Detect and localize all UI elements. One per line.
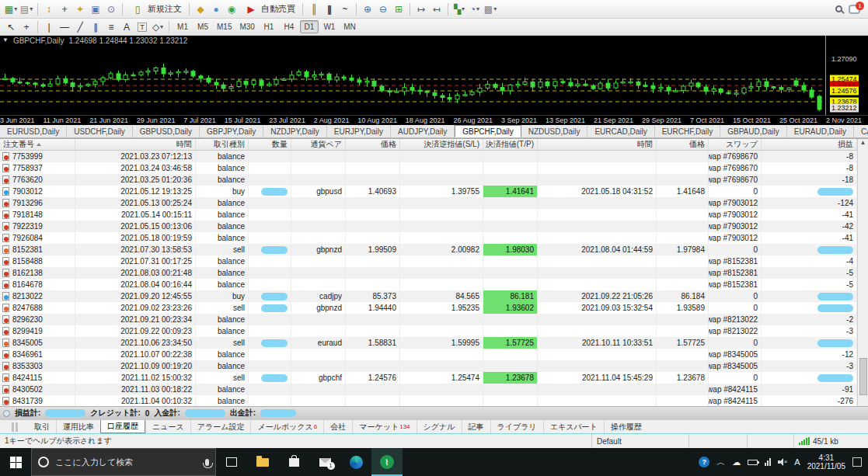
battery-icon[interactable]	[748, 460, 758, 465]
table-row[interactable]: 81621382021.08.03 00:21:48balance>Swap #…	[0, 267, 857, 279]
table-row[interactable]: 84241152021.11.02 15:00:32sellgbpchf1.24…	[0, 372, 857, 384]
start-button[interactable]	[0, 448, 31, 476]
new-chart-icon[interactable]	[3, 2, 19, 16]
text-label-icon[interactable]	[134, 20, 150, 34]
trendline-icon[interactable]	[72, 20, 88, 34]
text-icon[interactable]	[119, 20, 134, 34]
chart-tab-eurjpy[interactable]: EURJPY,Daily	[327, 125, 391, 137]
search-icon[interactable]	[835, 5, 842, 12]
strategy-tester-icon[interactable]	[103, 2, 119, 16]
tile-windows-icon[interactable]	[391, 2, 406, 16]
terminal-icon[interactable]	[88, 2, 103, 16]
vertical-scrollbar[interactable]: ▲ ▼	[857, 139, 868, 420]
timeframe-m1[interactable]: M1	[173, 20, 192, 33]
chart-tab-gbpusd[interactable]: GBPUSD,Daily	[133, 125, 200, 137]
publisher-icon[interactable]	[208, 2, 224, 16]
terminal-tab-アラーム設定[interactable]: アラーム設定	[190, 420, 251, 433]
task-view-button[interactable]	[216, 448, 247, 476]
chart-tab-eurusd[interactable]: EURUSD,Daily	[0, 125, 67, 137]
taskbar-search-input[interactable]: ここに入力して検索	[31, 448, 216, 476]
terminal-tab-会社[interactable]: 会社	[323, 420, 352, 433]
crosshair-icon[interactable]	[19, 20, 34, 34]
shapes-icon[interactable]	[150, 20, 166, 34]
scrollbar-thumb[interactable]	[859, 358, 867, 395]
chart-tab-eurchf[interactable]: EURCHF,Daily	[655, 125, 721, 137]
notifications-icon[interactable]: 1	[849, 5, 860, 14]
table-row[interactable]: 82130222021.09.20 12:45:55buycadjpy85.37…	[0, 290, 857, 302]
action-center-icon[interactable]	[852, 457, 862, 467]
header-price[interactable]: 価格	[346, 139, 400, 150]
table-row[interactable]: 83469612021.10.07 00:22:38balance>Swap #…	[0, 349, 857, 360]
tray-expand-icon[interactable]: ︿	[716, 457, 725, 468]
zoom-in-icon[interactable]	[360, 2, 375, 16]
templates-icon[interactable]	[483, 2, 498, 16]
channel-icon[interactable]	[88, 20, 103, 34]
table-row[interactable]: 79132962021.05.13 00:25:24balance>Swap #…	[0, 197, 857, 209]
fibonacci-icon[interactable]	[103, 20, 119, 34]
timeframe-m30[interactable]: M30	[236, 20, 257, 33]
cursor-icon[interactable]	[3, 20, 19, 34]
table-row[interactable]: 81584882021.07.31 00:17:25balance>Swap #…	[0, 255, 857, 267]
table-row[interactable]: 84317392021.11.04 00:10:32balance>Swap #…	[0, 395, 857, 407]
periods-icon[interactable]	[467, 2, 483, 16]
scroll-up-icon[interactable]: ▲	[860, 139, 866, 146]
new-order-button[interactable]: 新規注文	[126, 2, 186, 17]
chart-shift-icon[interactable]	[429, 2, 444, 16]
timeframe-m5[interactable]: M5	[193, 20, 212, 33]
store-button[interactable]	[278, 448, 309, 476]
header-volume[interactable]: 数量	[249, 139, 291, 150]
table-row[interactable]: 83533032021.10.09 00:19:20balance>Swap #…	[0, 360, 857, 372]
terminal-tab-口座履歴[interactable]: 口座履歴	[100, 420, 145, 433]
chart-tab-euraud[interactable]: EURAUD,Daily	[787, 125, 854, 137]
zoom-out-icon[interactable]	[375, 2, 391, 16]
mail-button[interactable]: 1	[309, 448, 340, 476]
table-row[interactable]: 81523812021.07.30 13:58:53sellgbpnzd1.99…	[0, 244, 857, 255]
timeframe-mn[interactable]: MN	[340, 20, 359, 33]
chart-tab-cadjpy[interactable]: CADJPY,Daily	[854, 125, 868, 137]
mt4-taskbar-button[interactable]: ⌇	[371, 448, 403, 476]
header-type[interactable]: 取引種別	[196, 139, 249, 150]
table-row[interactable]: 82476882021.09.02 23:23:26sellgbpnzd1.94…	[0, 302, 857, 314]
timeframe-m15[interactable]: M15	[214, 20, 235, 33]
indicators-icon[interactable]	[451, 2, 467, 16]
header-close-time[interactable]: 時間	[538, 139, 657, 150]
table-row[interactable]: 84305022021.11.03 00:18:22balance>Swap #…	[0, 384, 857, 395]
terminal-tab-取引[interactable]: 取引	[28, 420, 56, 433]
table-row[interactable]: 77589372021.03.24 03:46:58balance>Swap #…	[0, 162, 857, 174]
chart-tab-nzdusd[interactable]: NZDUSD,Daily	[521, 125, 588, 137]
vertical-line-icon[interactable]	[41, 20, 57, 34]
terminal-tab-シグナル[interactable]: シグナル	[417, 420, 462, 433]
line-chart-icon[interactable]	[337, 2, 353, 16]
auto-trading-button[interactable]: 自動売買	[239, 2, 299, 17]
terminal-tab-ライブラリ[interactable]: ライブラリ	[490, 420, 543, 433]
auto-scroll-icon[interactable]	[413, 2, 429, 16]
header-time[interactable]: 時間	[75, 139, 196, 150]
metaeditor-icon[interactable]	[193, 2, 208, 16]
header-order[interactable]: 注文番号	[0, 139, 75, 150]
community-icon[interactable]	[224, 2, 239, 16]
onedrive-cloud-icon[interactable]: ☁	[732, 457, 741, 467]
chart-tab-usdchf[interactable]: USDCHF,Daily	[67, 125, 133, 137]
timeframe-d1[interactable]: D1	[300, 20, 319, 33]
status-profile[interactable]: Default	[592, 434, 689, 448]
terminal-tab-操作履歴[interactable]: 操作履歴	[604, 420, 648, 433]
terminal-tab-記事[interactable]: 記事	[462, 420, 490, 433]
table-row[interactable]: 81646782021.08.04 00:16:44balance>Swap #…	[0, 279, 857, 290]
table-row[interactable]: 77636202021.03.25 01:20:36balance>Swap #…	[0, 174, 857, 186]
chart-tab-nzdjpy[interactable]: NZDJPY,Daily	[263, 125, 327, 137]
chart-tab-audjpy[interactable]: AUDJPY,Daily	[391, 125, 455, 137]
volume-muted-icon[interactable]: ×	[778, 458, 787, 466]
terminal-tab-メールボックス[interactable]: メールボックス6	[250, 420, 323, 433]
bar-chart-icon[interactable]	[306, 2, 322, 16]
table-row[interactable]: 79223192021.05.15 00:13:06balance>Swap #…	[0, 221, 857, 232]
terminal-tab-ニュース[interactable]: ニュース	[145, 420, 190, 433]
table-row[interactable]: 79260842021.05.18 00:19:59balance>Swap #…	[0, 232, 857, 244]
chart-tab-gbpjpy[interactable]: GBPJPY,Daily	[200, 125, 263, 137]
header-profit[interactable]: 損益	[762, 139, 857, 150]
network-icon[interactable]	[765, 458, 771, 466]
header-sl[interactable]: 決済逆指値(S/L)	[400, 139, 483, 150]
help-icon[interactable]: ?	[699, 457, 709, 467]
table-row[interactable]: 82962302021.09.21 00:23:34balance>Swap #…	[0, 314, 857, 325]
header-close-price[interactable]: 価格	[657, 139, 709, 150]
table-row[interactable]: 82994192021.09.22 00:09:23balance>Swap #…	[0, 325, 857, 337]
